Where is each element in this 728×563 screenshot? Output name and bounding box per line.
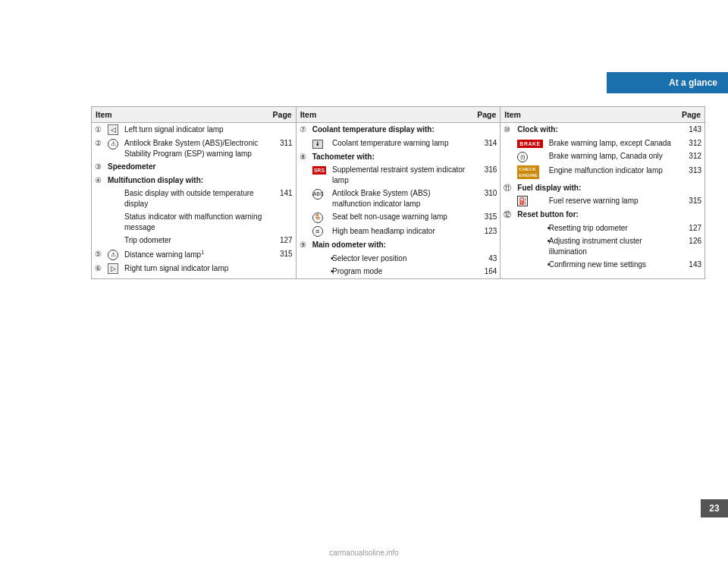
table-row: ② ⚠ Antilock Brake System (ABS)/Electron…: [92, 137, 296, 160]
item-description: Brake warning lamp, except Canada: [546, 137, 678, 150]
table-row: ≡ High beam headlamp indicator 123: [297, 225, 500, 238]
item-page: [473, 238, 500, 252]
item-page: 43: [473, 252, 500, 266]
item-page: 141: [269, 187, 296, 210]
table-row: ⑦ Coolant temperature display with:: [297, 123, 500, 137]
item-number: ⑩: [500, 123, 514, 137]
item-icon: ⚠: [105, 247, 121, 262]
item-icon: [105, 210, 121, 234]
item-number: ⑤: [92, 247, 105, 262]
item-icon: ◁: [105, 123, 121, 137]
item-number: ④: [92, 174, 105, 187]
item-number: [297, 187, 309, 210]
item-number: [92, 187, 105, 210]
table-row: ③ Speedometer: [92, 160, 296, 174]
item-page: 316: [473, 163, 500, 187]
item-description: Trip odometer: [121, 234, 269, 247]
banner-text: At a glance: [669, 77, 717, 88]
item-page: 127: [678, 222, 704, 235]
item-number: [297, 225, 309, 238]
item-number: [92, 210, 105, 234]
item-page: 315: [678, 194, 704, 208]
item-icon: [105, 234, 121, 247]
item-description: Coolant temperature warning lamp: [329, 137, 473, 150]
brake-circle-icon: (i): [517, 152, 528, 162]
main-content-area: Item Page ① ◁ Left turn signal indicator…: [91, 106, 705, 279]
item-page: 143: [678, 258, 704, 272]
item-description: High beam headlamp indicator: [329, 225, 473, 238]
item-page: 312: [678, 137, 704, 150]
item-number: [500, 194, 514, 208]
item-description: Speedometer: [105, 160, 269, 174]
column-1-panel: Item Page ① ◁ Left turn signal indicator…: [91, 106, 297, 279]
item-description: Program mode: [329, 265, 473, 278]
table-row: ⑧ Tachometer with:: [297, 150, 500, 164]
col1-page-header: Page: [269, 107, 296, 123]
item-number: [500, 164, 514, 181]
col3-page-header: Page: [678, 107, 704, 123]
table-row: Status indicator with malfunction warnin…: [92, 210, 296, 234]
item-page: [269, 123, 296, 137]
srs-icon: SRS: [312, 166, 326, 175]
item-number: ⑪: [500, 181, 514, 195]
item-description: Basic display with outside temperature d…: [121, 187, 269, 210]
item-icon: [309, 265, 329, 278]
col2-page-header: Page: [473, 107, 500, 123]
footnote-marker: 1: [201, 250, 204, 255]
item-description: Confirming new time settings: [546, 258, 678, 272]
table-row: 🪑 Seat belt non-usage warning lamp 315: [297, 210, 500, 225]
table-row: ⑥ ▷ Right turn signal indicator lamp: [92, 262, 296, 275]
item-page: [269, 174, 296, 187]
item-description: Coolant temperature display with:: [309, 123, 474, 137]
item-number: [500, 149, 514, 164]
temp-icon: 🌡: [312, 140, 323, 149]
item-description: Multifunction display with:: [105, 174, 269, 187]
item-number: [297, 265, 309, 278]
col3-header-row: Item Page: [500, 107, 704, 123]
table-row: ⑨ Main odometer with:: [297, 238, 500, 252]
item-page: [678, 208, 704, 222]
distance-warning-icon: ⚠: [108, 250, 118, 260]
seatbelt-icon: 🪑: [312, 212, 323, 223]
table-row: Selector lever position 43: [297, 252, 500, 266]
item-description: Fuel display with:: [514, 181, 678, 195]
item-description: Selector lever position: [329, 252, 473, 266]
item-page: [678, 181, 704, 195]
item-icon: ▷: [105, 262, 121, 275]
item-number: ⑧: [297, 150, 309, 164]
table-row: ① ◁ Left turn signal indicator lamp: [92, 123, 296, 137]
item-icon: [105, 187, 121, 210]
col1-header-row: Item Page: [92, 107, 296, 123]
item-description: Antilock Brake System (ABS) malfunction …: [329, 187, 473, 210]
highbeam-icon: ≡: [312, 226, 323, 237]
page-number: 23: [701, 499, 728, 517]
item-description: Supplemental restraint system indicator …: [329, 163, 473, 187]
table-row: ⑪ Fuel display with:: [500, 181, 704, 195]
item-page: 314: [473, 137, 500, 150]
col1-item-header: Item: [92, 107, 269, 123]
item-description: Resetting trip odometer: [546, 222, 678, 235]
table-row: Program mode 164: [297, 265, 500, 278]
item-description: Engine malfunction indicator lamp: [546, 164, 678, 181]
table-row: ABS Antilock Brake System (ABS) malfunct…: [297, 187, 500, 210]
item-number: ⑨: [297, 238, 309, 252]
col2-item-header: Item: [297, 107, 474, 123]
item-page: 315: [473, 210, 500, 225]
table-row: Basic display with outside temperature d…: [92, 187, 296, 210]
item-page: [269, 262, 296, 275]
item-description: Main odometer with:: [309, 238, 474, 252]
item-number: ②: [92, 137, 105, 160]
item-icon: ABS: [309, 187, 329, 210]
item-page: 311: [269, 137, 296, 160]
item-icon: ⛽: [514, 194, 545, 208]
item-description: Distance warning lamp1: [121, 247, 269, 262]
table-row: 🌡 Coolant temperature warning lamp 314: [297, 137, 500, 150]
item-description: Status indicator with malfunction warnin…: [121, 210, 269, 234]
item-number: [297, 210, 309, 225]
column-2-table: Item Page ⑦ Coolant temperature display …: [297, 107, 500, 278]
item-page: [269, 210, 296, 234]
item-icon: BRAKE: [514, 137, 545, 150]
item-description: Left turn signal indicator lamp: [121, 123, 269, 137]
item-page: 143: [678, 123, 704, 137]
item-icon: CHECKENGINE: [514, 164, 545, 181]
